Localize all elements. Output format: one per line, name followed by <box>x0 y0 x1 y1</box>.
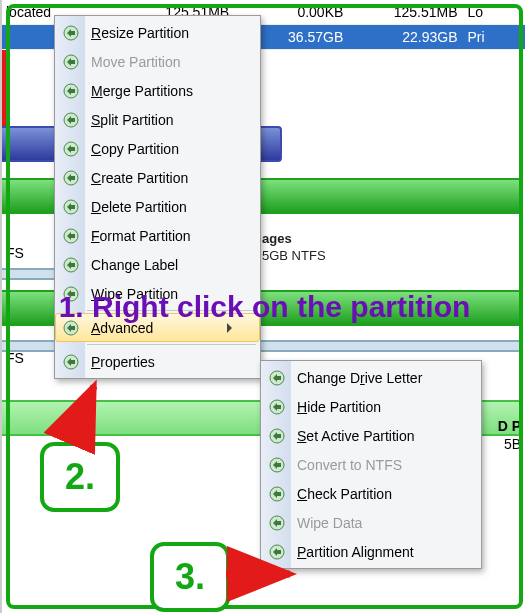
annotation-text: 1. Right click on the partition <box>6 4 523 609</box>
annotation-callout-3: 3. <box>150 542 230 612</box>
annotation-text: 3. <box>175 556 205 598</box>
annotation-text: 2. <box>65 456 95 498</box>
annotation-callout-1: 1. Right click on the partition <box>2 0 258 158</box>
annotation-callout-2: 2. <box>40 442 120 512</box>
